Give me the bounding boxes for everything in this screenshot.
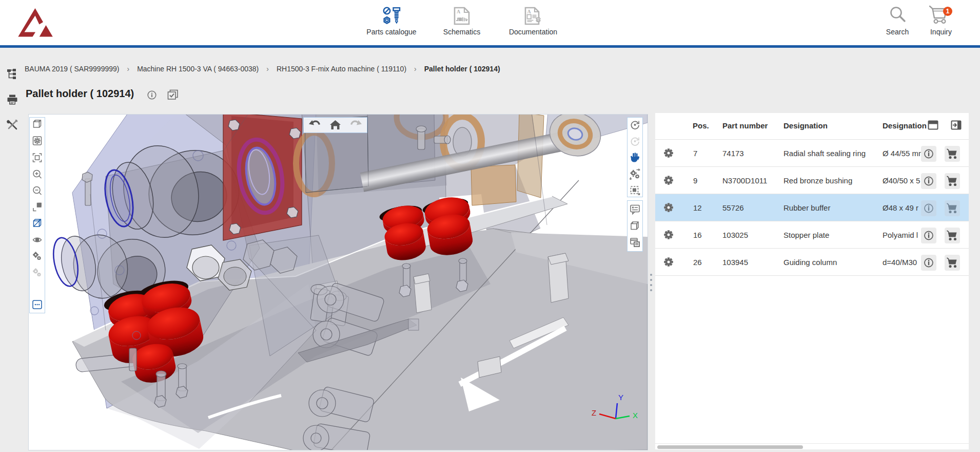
svg-text:A: A	[457, 9, 461, 14]
svg-text:X: X	[633, 411, 638, 420]
svg-text:A: A	[527, 9, 532, 14]
svg-text:1: 1	[946, 8, 950, 15]
svg-text:Z: Z	[592, 408, 596, 417]
svg-text:Y: Y	[618, 393, 623, 402]
